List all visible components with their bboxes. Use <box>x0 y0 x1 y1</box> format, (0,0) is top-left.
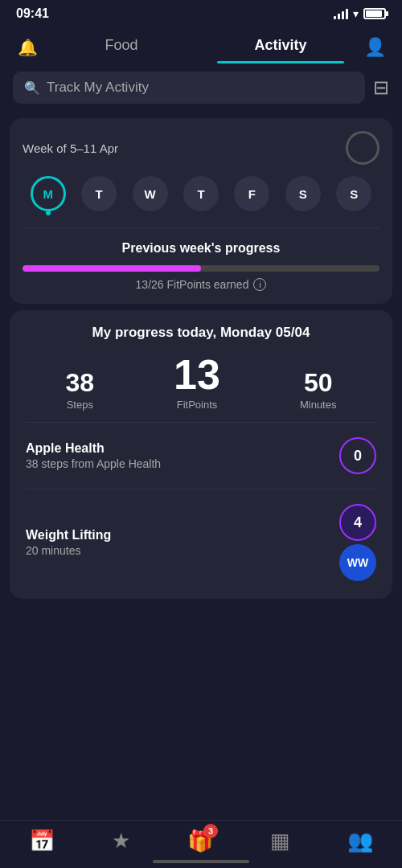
day-tuesday[interactable]: T <box>81 176 117 211</box>
today-title: My progress today, Monday 05/04 <box>26 325 376 341</box>
signal-icon <box>334 8 348 19</box>
nav-items: 📅 ★ 🎁 3 ▦ 👥 <box>0 829 402 854</box>
tabs: Food Activity <box>42 31 360 63</box>
apple-health-name: Apple Health <box>26 441 161 456</box>
tab-activity[interactable]: Activity <box>201 31 360 63</box>
fitpoints-label: FitPoints <box>174 399 220 411</box>
rewards-badge: 3 <box>203 824 218 838</box>
day-sunday[interactable]: S <box>336 176 371 211</box>
battery-icon <box>363 8 386 19</box>
stats-row: 38 Steps 13 FitPoints 50 Minutes <box>26 354 376 411</box>
nav-community[interactable]: 👥 <box>347 829 373 854</box>
bottom-nav: 📅 ★ 🎁 3 ▦ 👥 <box>0 820 402 868</box>
day-thursday[interactable]: T <box>183 176 219 211</box>
week-circle-button[interactable] <box>346 131 379 165</box>
star-icon: ★ <box>112 829 130 854</box>
status-time: 09:41 <box>16 6 49 21</box>
search-icon: 🔍 <box>24 80 40 96</box>
weight-lifting-points: 4 <box>339 504 376 541</box>
minutes-value: 50 <box>300 370 337 395</box>
info-icon[interactable]: i <box>253 278 266 291</box>
weekly-card: Week of 5–11 Apr M T W T F S S Previous … <box>10 118 392 304</box>
activity-apple-health[interactable]: Apple Health 38 steps from Apple Health … <box>26 434 376 477</box>
stat-fitpoints: 13 FitPoints <box>174 354 220 411</box>
tab-food[interactable]: Food <box>42 31 201 63</box>
search-placeholder: Track My Activity <box>47 80 149 96</box>
minutes-label: Minutes <box>300 399 337 411</box>
nav-favorites[interactable]: ★ <box>112 829 130 854</box>
tab-underline <box>217 61 344 63</box>
stat-steps: 38 Steps <box>66 370 95 411</box>
search-bar: 🔍 Track My Activity ⊟ <box>0 63 402 112</box>
apple-health-sub: 38 steps from Apple Health <box>26 457 161 470</box>
week-label: Week of 5–11 Apr <box>23 141 118 155</box>
steps-label: Steps <box>66 399 95 411</box>
stat-minutes: 50 Minutes <box>300 370 337 411</box>
status-icons: ▾ <box>334 7 386 20</box>
weight-lifting-name: Weight Lifting <box>26 528 111 542</box>
search-input-wrap[interactable]: 🔍 Track My Activity <box>13 72 365 104</box>
weight-lifting-sub: 20 minutes <box>26 544 111 557</box>
day-saturday[interactable]: S <box>285 176 321 211</box>
status-bar: 09:41 ▾ <box>0 0 402 24</box>
progress-bar-fill <box>23 265 201 272</box>
activity-weight-lifting[interactable]: Weight Lifting 20 minutes 4 WW <box>26 501 376 584</box>
home-indicator <box>153 860 249 863</box>
day-friday[interactable]: F <box>234 176 269 211</box>
progress-bar <box>23 265 379 272</box>
divider-2 <box>26 489 376 489</box>
nav-log[interactable]: ▦ <box>270 829 290 854</box>
fitpoints-text: 13/26 FitPoints earned i <box>23 278 379 291</box>
days-row: M T W T F S S <box>23 176 379 211</box>
day-monday[interactable]: M <box>31 176 66 211</box>
steps-value: 38 <box>66 370 95 395</box>
divider-1 <box>26 422 376 423</box>
log-icon: ▦ <box>270 829 290 854</box>
day-dot <box>46 211 51 215</box>
calendar-icon: 📅 <box>29 829 55 854</box>
week-header: Week of 5–11 Apr <box>23 131 379 165</box>
today-card: My progress today, Monday 05/04 38 Steps… <box>10 310 392 599</box>
nav-rewards[interactable]: 🎁 3 <box>187 829 213 854</box>
profile-icon[interactable]: 👤 <box>360 37 389 58</box>
wifi-icon: ▾ <box>353 7 359 20</box>
nav-today[interactable]: 📅 <box>29 829 55 854</box>
fitpoints-value: 13 <box>174 354 220 395</box>
ww-badge: WW <box>339 544 376 581</box>
barcode-icon[interactable]: ⊟ <box>373 76 389 99</box>
prev-week-title: Previous week's progress <box>23 241 379 256</box>
community-icon: 👥 <box>347 829 373 854</box>
prev-week-section: Previous week's progress 13/26 FitPoints… <box>23 227 379 291</box>
tab-bar: 🔔 Food Activity 👤 <box>0 24 402 63</box>
day-wednesday[interactable]: W <box>133 176 168 211</box>
bell-icon[interactable]: 🔔 <box>13 38 42 57</box>
apple-health-points: 0 <box>339 437 376 474</box>
